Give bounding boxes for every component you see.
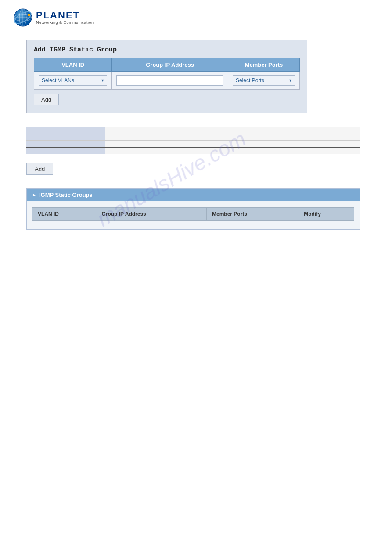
- igmp-groups-title: IGMP Static Groups: [39, 192, 93, 198]
- param-row-3: [26, 141, 360, 148]
- vlan-select[interactable]: Select VLANs: [39, 75, 107, 86]
- param-table-wrapper: [26, 127, 366, 154]
- ports-select-wrapper[interactable]: Select Ports: [233, 75, 295, 86]
- vlan-select-cell: Select VLANs: [34, 72, 112, 90]
- igmp-groups-header-row: VLAN ID Group IP Address Member Ports Mo…: [32, 208, 354, 221]
- igmp-add-box: Add IGMP Static Group VLAN ID Group IP A…: [26, 40, 307, 113]
- igmp-groups-box: ► IGMP Static Groups VLAN ID Group IP Ad…: [26, 188, 360, 230]
- igmp-groups-header: ► IGMP Static Groups: [27, 189, 360, 201]
- igmp-add-row: Select VLANs Select Ports: [34, 72, 300, 90]
- igmp-groups-table: VLAN ID Group IP Address Member Ports Mo…: [32, 207, 354, 221]
- ports-select[interactable]: Select Ports: [233, 75, 295, 86]
- igmp-add-title: Add IGMP Static Group: [34, 46, 300, 54]
- param-row-4: [26, 147, 360, 154]
- logo-text: PLANET Networking & Communication: [36, 11, 94, 25]
- groups-col-ports: Member Ports: [207, 208, 298, 221]
- param-label-1: [26, 127, 105, 134]
- groups-col-vlan: VLAN ID: [32, 208, 96, 221]
- param-value-1: [105, 127, 360, 134]
- group-ip-input[interactable]: [116, 75, 223, 86]
- logo-box: PLANET Networking & Communication: [13, 8, 379, 27]
- param-value-2: [105, 134, 360, 141]
- section-arrow-icon: ►: [32, 192, 36, 197]
- planet-logo-icon: [13, 8, 32, 27]
- logo-planet-label: PLANET: [36, 11, 94, 20]
- logo-subtitle-label: Networking & Communication: [36, 20, 94, 25]
- param-table: [26, 127, 360, 154]
- main-content: Add IGMP Static Group VLAN ID Group IP A…: [0, 35, 392, 243]
- groups-col-modify: Modify: [298, 208, 354, 221]
- param-row-2: [26, 134, 360, 141]
- igmp-add-table: VLAN ID Group IP Address Member Ports Se…: [34, 58, 300, 90]
- col-member-ports: Member Ports: [228, 58, 299, 72]
- vlan-select-wrapper[interactable]: Select VLANs: [39, 75, 107, 86]
- groups-col-ip: Group IP Address: [96, 208, 207, 221]
- param-label-4: [26, 147, 105, 154]
- add-button-standalone[interactable]: Add: [26, 163, 53, 175]
- param-value-3: [105, 141, 360, 148]
- igmp-add-button[interactable]: Add: [34, 94, 59, 105]
- svg-point-6: [28, 14, 30, 16]
- ports-select-cell: Select Ports: [228, 72, 299, 90]
- param-row-1: [26, 127, 360, 134]
- param-label-3: [26, 141, 105, 148]
- group-ip-cell: [112, 72, 228, 90]
- logo-area: PLANET Networking & Communication: [0, 0, 392, 35]
- param-label-2: [26, 134, 105, 141]
- col-group-ip: Group IP Address: [112, 58, 228, 72]
- param-value-4: [105, 147, 360, 154]
- col-vlan-id: VLAN ID: [34, 58, 112, 72]
